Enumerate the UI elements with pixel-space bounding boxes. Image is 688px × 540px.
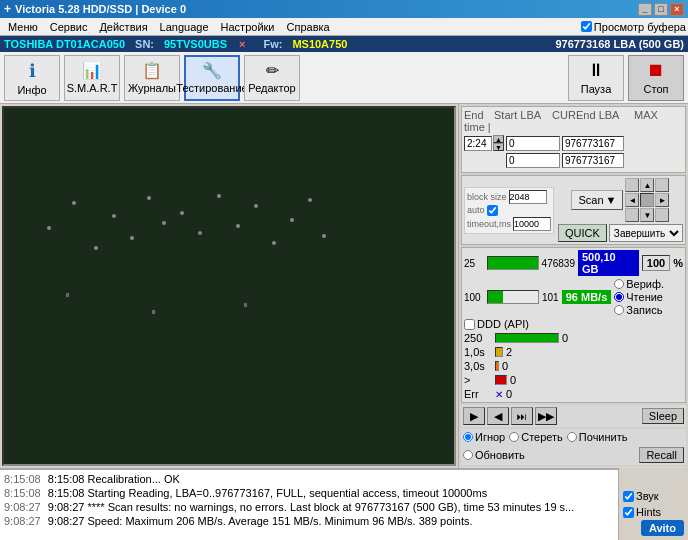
menu-service[interactable]: Сервис <box>44 20 94 34</box>
percent-box: 100 <box>642 255 670 271</box>
log-line-1: 8:15:08 8:15:08 Recalibration... OK <box>4 472 614 486</box>
stats-section: 25 476839 500,10 GB 100 % 100 <box>461 247 686 403</box>
read-write-options: Вериф. Чтение Запись <box>614 278 664 316</box>
nav-upright-btn[interactable] <box>655 178 669 192</box>
end-time-label: End time | <box>464 109 492 133</box>
write-option[interactable]: Запись <box>614 304 664 316</box>
menu-help[interactable]: Справка <box>281 20 336 34</box>
ctr-3s-bar <box>495 361 499 371</box>
fix-option[interactable]: Починить <box>567 431 628 443</box>
end-lba-label: End LBA <box>576 109 632 133</box>
nav-left-btn[interactable]: ◄ <box>625 193 639 207</box>
skip-fwd-button[interactable]: ⏭ <box>511 407 533 425</box>
drive-close[interactable]: × <box>239 38 245 50</box>
block-size-row: block size <box>467 190 551 204</box>
scan-button[interactable]: Scan ▼ <box>571 190 623 210</box>
drive-sn-label: SN: <box>135 38 154 50</box>
minimize-button[interactable]: _ <box>638 3 652 16</box>
svg-rect-0 <box>4 108 454 464</box>
param-row-1: ▲ ▼ <box>464 135 683 151</box>
play-button[interactable]: ▶ <box>463 407 485 425</box>
hints-checkbox[interactable] <box>623 507 634 518</box>
auto-row: auto <box>467 205 551 216</box>
ctr-err-label: Err <box>464 388 492 400</box>
view-buffer-checkbox[interactable]: Просмотр буфера <box>581 21 686 33</box>
time-input[interactable] <box>464 136 492 151</box>
svg-point-10 <box>217 194 221 198</box>
maximize-button[interactable]: □ <box>654 3 668 16</box>
ctr-250-bar <box>495 333 559 343</box>
svg-point-12 <box>254 204 258 208</box>
quick-button[interactable]: QUICK <box>558 224 607 242</box>
ignore-radio[interactable] <box>463 432 473 442</box>
hints-checkbox-row[interactable]: Hints <box>623 506 684 518</box>
block-size-input[interactable] <box>509 190 547 204</box>
end-lba-input-2[interactable] <box>562 153 624 168</box>
log-line-2: 8:15:08 8:15:08 Starting Reading, LBA=0.… <box>4 486 614 500</box>
info-button[interactable]: ℹ Инфо <box>4 55 60 101</box>
quick-finish-row: QUICK Завершить <box>558 224 683 242</box>
ctr-3s-label: 3,0s <box>464 360 492 372</box>
update-radio[interactable] <box>463 450 473 460</box>
update-option[interactable]: Обновить <box>463 449 525 461</box>
speed-label: 96 MB/s <box>566 291 608 303</box>
sound-checkbox-row[interactable]: Звук <box>623 490 684 502</box>
time-up-btn[interactable]: ▲ <box>493 135 504 143</box>
fast-fwd-button[interactable]: ▶▶ <box>535 407 557 425</box>
verif-radio[interactable] <box>614 279 624 289</box>
pause-button[interactable]: ⏸ Пауза <box>568 55 624 101</box>
toolbar: ℹ Инфо 📊 S.M.A.R.T 📋 Журналы 🔧 Тестирова… <box>0 52 688 104</box>
erase-radio[interactable] <box>509 432 519 442</box>
nav-downleft-btn[interactable] <box>625 208 639 222</box>
recall-button[interactable]: Recall <box>639 447 684 463</box>
err-x: ✕ <box>495 389 503 400</box>
nav-right-btn[interactable]: ► <box>655 193 669 207</box>
nav-down-btn[interactable]: ▼ <box>640 208 654 222</box>
time-down-btn[interactable]: ▼ <box>493 143 504 151</box>
read-radio[interactable] <box>614 292 624 302</box>
ctr-1s-label: 1,0s <box>464 346 492 358</box>
counter-250-row: 250 0 <box>464 332 683 344</box>
verif-option[interactable]: Вериф. <box>614 278 664 290</box>
menu-language[interactable]: Language <box>154 20 215 34</box>
cur-input[interactable] <box>506 153 560 168</box>
start-lba-input[interactable] <box>506 136 560 151</box>
view-buffer-check[interactable] <box>581 21 592 32</box>
nav-up-btn[interactable]: ▲ <box>640 178 654 192</box>
read-option[interactable]: Чтение <box>614 291 664 303</box>
finish-select[interactable]: Завершить <box>609 224 683 242</box>
drive-sn: 95TVS0UBS <box>164 38 227 50</box>
rewind-button[interactable]: ◀ <box>487 407 509 425</box>
progress-bar-fill <box>488 257 538 269</box>
editor-button[interactable]: ✏ Редактор <box>244 55 300 101</box>
nav-upleft-btn[interactable] <box>625 178 639 192</box>
journals-button[interactable]: 📋 Журналы <box>124 55 180 101</box>
write-radio[interactable] <box>614 305 624 315</box>
menu-actions[interactable]: Действия <box>93 20 153 34</box>
menu-menu[interactable]: Меню <box>2 20 44 34</box>
ddd-api-label: DDD (API) <box>477 318 529 330</box>
sound-checkbox[interactable] <box>623 491 634 502</box>
ctr-err-val: 0 <box>506 388 512 400</box>
ddd-api-checkbox[interactable] <box>464 319 475 330</box>
timeout-input[interactable] <box>513 217 551 231</box>
close-button[interactable]: × <box>670 3 684 16</box>
drive-fw: MS10A750 <box>292 38 347 50</box>
stop-button[interactable]: ⏹ Стоп <box>628 55 684 101</box>
bottom-area: 8:15:08 8:15:08 Recalibration... OK 8:15… <box>0 468 688 540</box>
auto-checkbox[interactable] <box>487 205 498 216</box>
nav-downright-btn[interactable] <box>655 208 669 222</box>
ignore-option[interactable]: Игнор <box>463 431 505 443</box>
erase-option[interactable]: Стереть <box>509 431 563 443</box>
svg-rect-19 <box>244 303 247 307</box>
svg-point-15 <box>308 198 312 202</box>
menu-settings[interactable]: Настройки <box>215 20 281 34</box>
smart-button[interactable]: 📊 S.M.A.R.T <box>64 55 120 101</box>
recall-label: Recall <box>646 449 677 461</box>
end-lba-input-1[interactable] <box>562 136 624 151</box>
ddd-api-row: DDD (API) <box>464 318 683 330</box>
fix-radio[interactable] <box>567 432 577 442</box>
test-button[interactable]: 🔧 Тестирование <box>184 55 240 101</box>
timeout-label: timeout,ms <box>467 219 511 229</box>
sleep-button[interactable]: Sleep <box>642 408 684 424</box>
